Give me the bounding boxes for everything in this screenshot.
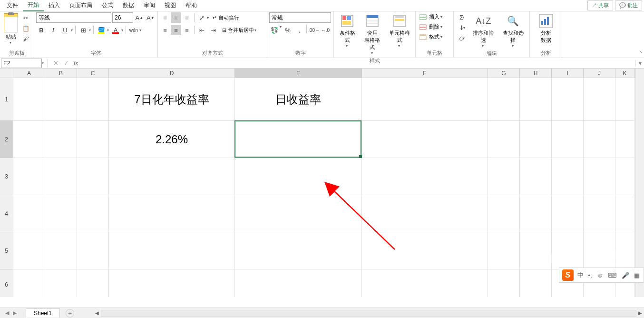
increase-indent-button[interactable]: ⇥ — [208, 25, 218, 35]
font-size-select[interactable] — [112, 12, 133, 23]
orientation-button[interactable]: ⤢ — [196, 12, 207, 23]
ime-mic-button[interactable]: 🎤 — [621, 271, 630, 280]
italic-button[interactable]: I — [48, 25, 59, 35]
menu-insert[interactable]: 插入 — [44, 0, 65, 11]
borders-button[interactable]: ⊞ — [78, 25, 88, 35]
cells-area[interactable]: 7日化年收益率日收益率2.26% — [13, 78, 635, 297]
cell-E4[interactable] — [235, 195, 362, 232]
phonetic-dropdown-icon[interactable]: ▾ — [139, 28, 141, 32]
formula-bar-expand-button[interactable]: ▾ — [635, 60, 644, 67]
cell-G5[interactable] — [488, 232, 520, 269]
row-header-3[interactable]: 3 — [0, 158, 13, 195]
cell-C3[interactable] — [77, 158, 109, 195]
orientation-dropdown-icon[interactable]: ▾ — [207, 16, 209, 20]
cell-D3[interactable] — [109, 158, 235, 195]
cell-E2[interactable] — [235, 121, 362, 158]
font-color-button[interactable]: A — [110, 25, 121, 35]
cell-G6[interactable] — [488, 269, 520, 297]
cell-J4[interactable] — [584, 195, 615, 232]
cell-D5[interactable] — [109, 232, 235, 269]
cell-I1[interactable] — [552, 78, 584, 121]
column-header-G[interactable]: G — [488, 69, 520, 78]
cell-H6[interactable] — [520, 269, 552, 297]
column-header-C[interactable]: C — [77, 69, 109, 78]
paste-dropdown-icon[interactable]: ▾ — [10, 40, 11, 45]
cell-I5[interactable] — [552, 232, 584, 269]
align-center-button[interactable]: ≡ — [171, 25, 181, 35]
delete-cells-button[interactable]: 删除 ▾ — [418, 22, 451, 31]
cell-B2[interactable] — [45, 121, 77, 158]
menu-help[interactable]: 帮助 — [181, 0, 202, 11]
clear-button[interactable]: ◇ ▾ — [456, 33, 468, 43]
align-middle-button[interactable]: ≡ — [171, 12, 181, 23]
menu-review[interactable]: 审阅 — [139, 0, 160, 11]
ime-toolbar[interactable]: S 中 •, ☺ ⌨ 🎤 ▦ — [559, 268, 644, 283]
sogou-logo-icon[interactable]: S — [562, 269, 574, 281]
bold-button[interactable]: B — [36, 25, 47, 35]
cell-C2[interactable] — [77, 121, 109, 158]
menu-home[interactable]: 开始 — [23, 0, 44, 11]
fill-color-dropdown-icon[interactable]: ▾ — [107, 28, 109, 32]
cell-F6[interactable] — [362, 269, 488, 297]
cell-G4[interactable] — [488, 195, 520, 232]
row-header-6[interactable]: 6 — [0, 269, 13, 297]
column-header-B[interactable]: B — [45, 69, 77, 78]
menu-data[interactable]: 数据 — [118, 0, 139, 11]
row-header-1[interactable]: 1 — [0, 78, 13, 121]
increase-decimal-button[interactable]: .00→ — [309, 25, 319, 35]
autosum-button[interactable]: Σ ▾ — [456, 12, 468, 22]
cell-D4[interactable] — [109, 195, 235, 232]
cell-F4[interactable] — [362, 195, 488, 232]
cell-K2[interactable] — [615, 121, 634, 158]
cell-A2[interactable] — [13, 121, 45, 158]
cell-K1[interactable] — [615, 78, 634, 121]
table-format-button[interactable]: 套用 表格格式▾ — [361, 12, 384, 56]
cell-D2[interactable]: 2.26% — [109, 121, 235, 158]
cell-C5[interactable] — [77, 232, 109, 269]
align-left-button[interactable]: ≡ — [160, 25, 170, 35]
row-header-4[interactable]: 4 — [0, 195, 13, 232]
decrease-decimal-button[interactable]: ←.0 — [320, 25, 331, 35]
cut-button[interactable]: ✂ — [21, 13, 30, 23]
cell-C6[interactable] — [77, 269, 109, 297]
percent-format-button[interactable]: % — [283, 25, 293, 35]
column-header-J[interactable]: J — [584, 69, 615, 78]
cell-D6[interactable] — [109, 269, 235, 297]
ime-punct-button[interactable]: •, — [587, 271, 593, 280]
comment-button[interactable]: 💬 批注 — [615, 0, 642, 10]
cell-B4[interactable] — [45, 195, 77, 232]
name-box[interactable] — [1, 59, 42, 68]
merge-center-button[interactable]: ⊟合并后居中 ▾ — [219, 26, 259, 35]
confirm-formula-button[interactable]: ✓ — [61, 59, 71, 68]
cell-K4[interactable] — [615, 195, 634, 232]
column-header-H[interactable]: H — [520, 69, 552, 78]
font-color-dropdown-icon[interactable]: ▾ — [121, 28, 123, 32]
align-top-button[interactable]: ≡ — [160, 12, 170, 23]
fx-label[interactable]: fx — [74, 60, 81, 67]
cell-F1[interactable] — [362, 78, 488, 121]
cell-F3[interactable] — [362, 158, 488, 195]
align-right-button[interactable]: ≡ — [182, 25, 192, 35]
select-all-button[interactable] — [0, 69, 13, 78]
cell-H1[interactable] — [520, 78, 552, 121]
cell-G2[interactable] — [488, 121, 520, 158]
fill-color-button[interactable]: 🪣 — [96, 25, 107, 35]
conditional-formatting-button[interactable]: 条件格式▾ — [336, 12, 359, 49]
menu-pagelayout[interactable]: 页面布局 — [65, 0, 97, 11]
cell-B3[interactable] — [45, 158, 77, 195]
menu-file[interactable]: 文件 — [2, 0, 23, 11]
insert-cells-button[interactable]: 插入 ▾ — [418, 12, 451, 21]
comma-format-button[interactable]: , — [294, 25, 304, 35]
number-format-select[interactable] — [269, 12, 331, 23]
find-select-button[interactable]: 🔍 查找和选择▾ — [499, 12, 528, 49]
cell-F2[interactable] — [362, 121, 488, 158]
format-painter-button[interactable]: 🖌 — [21, 34, 30, 44]
name-box-dropdown-icon[interactable]: ▾ — [42, 61, 44, 65]
cell-J1[interactable] — [584, 78, 615, 121]
cell-F5[interactable] — [362, 232, 488, 269]
ime-zhong-button[interactable]: 中 — [576, 270, 585, 280]
column-header-A[interactable]: A — [13, 69, 45, 78]
cell-H3[interactable] — [520, 158, 552, 195]
sort-filter-button[interactable]: A↓Z 排序和筛选▾ — [469, 12, 498, 49]
cell-E1[interactable]: 日收益率 — [235, 78, 362, 121]
